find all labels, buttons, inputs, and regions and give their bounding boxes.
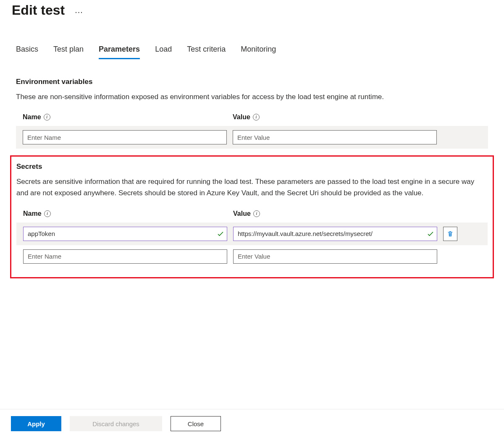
apply-button[interactable]: Apply	[11, 416, 61, 431]
tabs: Basics Test plan Parameters Load Test cr…	[16, 45, 488, 59]
discard-changes-button[interactable]: Discard changes	[70, 416, 162, 431]
tab-monitoring[interactable]: Monitoring	[241, 45, 276, 59]
more-icon[interactable]: ···	[75, 5, 83, 16]
info-icon[interactable]: i	[44, 114, 50, 121]
secret-value-header-label: Value	[233, 210, 251, 217]
info-icon[interactable]: i	[253, 114, 260, 121]
secrets-title: Secrets	[16, 162, 488, 171]
secret-value-input[interactable]	[233, 249, 437, 264]
tab-basics[interactable]: Basics	[16, 45, 38, 59]
delete-secret-button[interactable]	[443, 227, 457, 241]
secret-name-input[interactable]	[23, 227, 227, 241]
tab-parameters[interactable]: Parameters	[99, 45, 140, 59]
env-name-header: Name i	[23, 113, 233, 121]
env-vars-description: These are non-sensitive information expo…	[16, 91, 478, 102]
env-var-row	[16, 126, 488, 149]
tab-load[interactable]: Load	[155, 45, 172, 59]
secret-value-input[interactable]	[233, 227, 437, 241]
secret-row-empty	[16, 245, 488, 268]
footer: Apply Discard changes Close	[11, 416, 221, 431]
secrets-description: Secrets are sensitive information that a…	[16, 176, 478, 199]
secret-name-header: Name i	[23, 210, 233, 217]
page-title: Edit test	[12, 3, 65, 18]
footer-separator	[0, 409, 504, 409]
env-value-header-label: Value	[233, 113, 250, 121]
secret-name-header-label: Name	[23, 210, 42, 217]
env-name-input[interactable]	[23, 130, 227, 144]
env-name-header-label: Name	[23, 113, 41, 121]
secret-name-input[interactable]	[23, 249, 227, 264]
trash-icon	[447, 231, 454, 237]
info-icon[interactable]: i	[44, 210, 51, 217]
info-icon[interactable]: i	[253, 210, 260, 217]
env-value-input[interactable]	[233, 130, 437, 144]
tab-test-plan[interactable]: Test plan	[53, 45, 84, 59]
tab-test-criteria[interactable]: Test criteria	[187, 45, 226, 59]
env-value-header: Value i	[233, 113, 443, 121]
secrets-highlight: Secrets Secrets are sensitive informatio…	[10, 155, 494, 278]
secret-value-header: Value i	[233, 210, 443, 217]
secret-row	[16, 223, 488, 245]
close-button[interactable]: Close	[171, 416, 221, 431]
env-vars-title: Environment variables	[16, 78, 488, 86]
